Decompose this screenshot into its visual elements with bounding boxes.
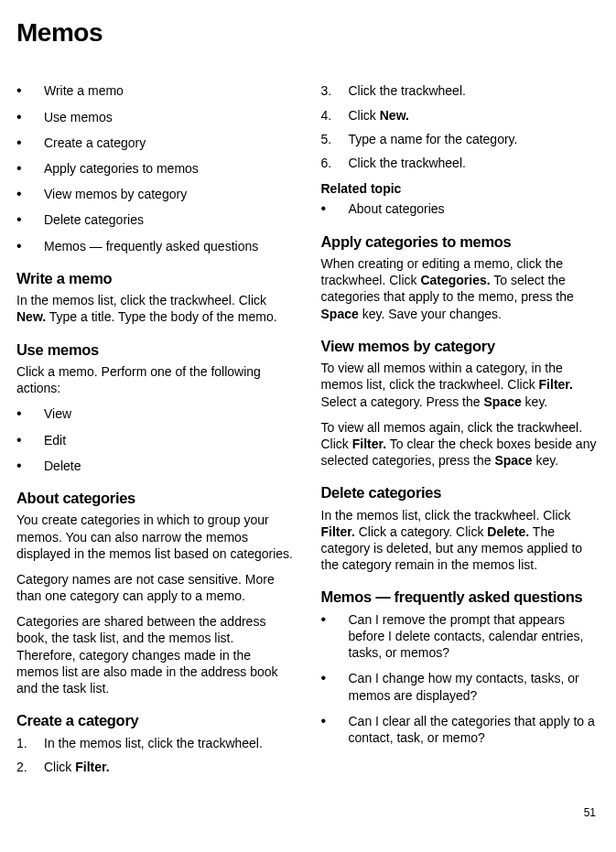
delete-categories-text: In the memos list, click the trackwheel.… [321, 507, 600, 574]
text: Click [44, 760, 75, 774]
text: key. [533, 453, 559, 468]
step-text: Type a name for the category. [349, 131, 518, 147]
step-item: Click Filter. [16, 759, 296, 775]
create-category-steps-cont: Click the trackwheel. Click New. Type a … [321, 82, 600, 171]
faq-link[interactable]: Can I clear all the categories that appl… [349, 713, 600, 746]
toc-item: Apply categories to memos [16, 160, 296, 177]
text: key. Save your changes. [359, 307, 502, 321]
text: Click a category. Click [355, 524, 487, 539]
step-item: In the memos list, click the trackwheel. [16, 735, 296, 751]
view-by-category-p2: To view all memos again, click the track… [321, 419, 600, 469]
toc-link[interactable]: Create a category [44, 135, 146, 151]
list-item: Can I clear all the categories that appl… [321, 713, 600, 746]
toc-link[interactable]: Apply categories to memos [44, 160, 199, 177]
bold-term: Delete. [487, 524, 529, 539]
bold-term: Space [483, 394, 521, 409]
view-by-category-heading: View memos by category [321, 337, 600, 356]
list-item: Delete [16, 458, 296, 474]
step-item: Type a name for the category. [321, 131, 600, 147]
toc-item: Memos — frequently asked questions [16, 238, 296, 254]
delete-categories-heading: Delete categories [321, 483, 600, 502]
toc-item: View memos by category [16, 186, 296, 202]
text: In the memos list, click the trackwheel.… [16, 293, 266, 307]
toc-link[interactable]: Delete categories [44, 211, 144, 228]
page-title: Memos [16, 16, 600, 49]
write-memo-heading: Write a memo [16, 269, 296, 288]
toc-link[interactable]: View memos by category [44, 186, 187, 202]
list-item: Edit [16, 432, 296, 448]
step-item: Click the trackwheel. [321, 82, 600, 99]
apply-categories-text: When creating or editing a memo, click t… [321, 255, 600, 322]
toc-list: Write a memo Use memos Create a category… [16, 82, 296, 253]
bold-term: New. [380, 108, 409, 123]
apply-categories-heading: Apply categories to memos [321, 232, 600, 252]
list-item: Can I change how my contacts, tasks, or … [321, 670, 600, 703]
about-categories-heading: About categories [16, 489, 296, 508]
toc-item: Write a memo [16, 82, 296, 99]
step-text: Click the trackwheel. [349, 82, 466, 99]
faq-list: Can I remove the prompt that appears bef… [321, 611, 600, 746]
about-categories-p3: Categories are shared between the addres… [16, 613, 296, 696]
step-text: In the memos list, click the trackwheel. [44, 735, 263, 751]
text: To view all memos within a category, in … [321, 361, 563, 392]
use-memos-heading: Use memos [16, 340, 296, 360]
related-topic-heading: Related topic [321, 180, 600, 197]
list-item: View [16, 405, 296, 422]
bold-term: Space [494, 453, 532, 468]
text: Select a category. Press the [321, 394, 484, 409]
view-by-category-p1: To view all memos within a category, in … [321, 360, 600, 410]
text: In the memos list, click the trackwheel.… [321, 508, 571, 523]
create-category-heading: Create a category [16, 711, 296, 730]
bold-term: Space [321, 307, 359, 321]
text: Type a title. Type the body of the memo. [46, 309, 276, 324]
toc-item: Delete categories [16, 211, 296, 228]
action-link[interactable]: View [44, 405, 71, 422]
related-link[interactable]: About categories [349, 200, 445, 217]
content-columns: Write a memo Use memos Create a category… [16, 79, 600, 784]
create-category-steps: In the memos list, click the trackwheel.… [16, 735, 296, 775]
step-item: Click the trackwheel. [321, 155, 600, 171]
page-number: 51 [16, 784, 600, 826]
faq-link[interactable]: Can I remove the prompt that appears bef… [349, 611, 600, 662]
use-memos-text: Click a memo. Perform one of the followi… [16, 363, 296, 396]
right-column: Click the trackwheel. Click New. Type a … [321, 79, 600, 784]
bold-term: New. [16, 309, 46, 324]
left-column: Write a memo Use memos Create a category… [16, 79, 296, 784]
list-item: About categories [321, 200, 600, 217]
write-memo-text: In the memos list, click the trackwheel.… [16, 292, 296, 325]
related-topic-list: About categories [321, 200, 600, 217]
list-item: Can I remove the prompt that appears bef… [321, 611, 600, 662]
action-link[interactable]: Delete [44, 458, 81, 474]
use-memos-list: View Edit Delete [16, 405, 296, 474]
text: Click [349, 108, 380, 123]
about-categories-p2: Category names are not case sensitive. M… [16, 571, 296, 604]
bold-term: Categories. [420, 273, 490, 287]
bold-term: Filter. [75, 760, 109, 774]
toc-link[interactable]: Write a memo [44, 82, 124, 99]
step-text: Click New. [349, 107, 409, 124]
bold-term: Filter. [352, 437, 386, 451]
toc-item: Use memos [16, 109, 296, 125]
bold-term: Filter. [321, 524, 355, 539]
step-text: Click Filter. [44, 759, 110, 775]
text: key. [522, 394, 548, 409]
faq-heading: Memos — frequently asked questions [321, 588, 600, 607]
toc-link[interactable]: Use memos [44, 109, 113, 125]
step-item: Click New. [321, 107, 600, 124]
faq-link[interactable]: Can I change how my contacts, tasks, or … [349, 670, 600, 703]
about-categories-p1: You create categories in which to group … [16, 512, 296, 562]
toc-item: Create a category [16, 135, 296, 151]
step-text: Click the trackwheel. [349, 155, 466, 171]
toc-link[interactable]: Memos — frequently asked questions [44, 238, 258, 254]
bold-term: Filter. [539, 377, 573, 392]
action-link[interactable]: Edit [44, 432, 66, 448]
